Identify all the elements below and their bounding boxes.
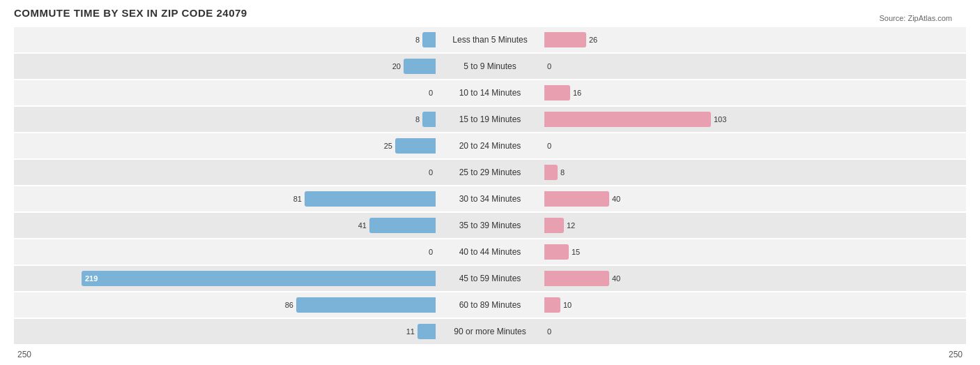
male-value: 20	[392, 62, 401, 70]
female-bar-wrap: 12	[544, 218, 966, 233]
chart-row: 815 to 19 Minutes103	[14, 107, 966, 132]
male-bar: 219	[82, 271, 436, 286]
row-label: 5 to 9 Minutes	[436, 61, 544, 71]
male-value-zero: 0	[429, 89, 433, 97]
male-bar-wrap: 8	[14, 112, 436, 127]
row-label: 25 to 29 Minutes	[436, 167, 544, 177]
male-bar-wrap: 20	[14, 59, 436, 74]
male-bar-wrap: 219	[14, 271, 436, 286]
male-bar	[422, 32, 436, 47]
male-bar	[296, 297, 436, 313]
chart-row: 8660 to 89 Minutes10	[14, 292, 966, 318]
female-bar	[544, 32, 586, 47]
male-value-zero: 0	[429, 168, 433, 177]
row-label: Less than 5 Minutes	[436, 35, 544, 45]
female-bar-wrap: 8	[544, 165, 966, 180]
male-bar	[395, 138, 436, 154]
male-value: 219	[85, 274, 98, 283]
female-value-zero: 0	[547, 327, 551, 336]
axis-row: 250 250	[14, 350, 966, 359]
male-value: 25	[384, 142, 392, 150]
female-bar	[544, 85, 570, 100]
row-label: 45 to 59 Minutes	[436, 274, 544, 283]
female-value: 40	[612, 195, 620, 203]
male-bar-wrap: 8	[14, 32, 436, 47]
female-value: 8	[560, 168, 565, 177]
chart-row: 040 to 44 Minutes15	[14, 239, 966, 265]
female-bar	[544, 271, 609, 286]
female-bar-wrap: 40	[544, 191, 966, 207]
axis-left: 250	[14, 350, 490, 359]
row-label: 20 to 24 Minutes	[436, 141, 544, 151]
chart-row: 21945 to 59 Minutes40	[14, 266, 966, 291]
chart-row: 1190 or more Minutes0	[14, 319, 966, 344]
female-value: 40	[612, 274, 620, 283]
female-value-zero: 0	[547, 142, 551, 150]
row-label: 30 to 34 Minutes	[436, 194, 544, 204]
male-bar-wrap: 0	[14, 168, 436, 177]
female-bar-wrap: 40	[544, 271, 966, 286]
row-label: 90 or more Minutes	[436, 327, 544, 336]
female-bar	[544, 165, 558, 180]
male-bar-wrap: 41	[14, 218, 436, 233]
female-bar-wrap: 0	[544, 142, 966, 150]
female-value: 26	[589, 36, 597, 44]
source-label: Source: ZipAtlas.com	[879, 14, 952, 22]
male-value: 8	[415, 36, 420, 44]
row-label: 40 to 44 Minutes	[436, 247, 544, 257]
male-bar-wrap: 86	[14, 297, 436, 313]
female-bar-wrap: 0	[544, 327, 966, 336]
row-label: 60 to 89 Minutes	[436, 300, 544, 310]
female-value: 16	[573, 89, 581, 97]
female-bar	[544, 112, 711, 127]
male-bar-wrap: 11	[14, 324, 436, 339]
female-value: 12	[567, 221, 575, 230]
chart-row: 010 to 14 Minutes16	[14, 80, 966, 105]
male-value-zero: 0	[429, 248, 433, 256]
male-bar-wrap: 0	[14, 248, 436, 256]
female-bar	[544, 218, 564, 233]
female-bar-wrap: 16	[544, 85, 966, 100]
male-bar-wrap: 25	[14, 138, 436, 154]
male-bar	[422, 112, 436, 127]
male-value: 86	[285, 301, 293, 309]
chart-row: 4135 to 39 Minutes12	[14, 213, 966, 238]
male-bar	[369, 218, 436, 233]
female-bar-wrap: 0	[544, 62, 966, 70]
male-value: 8	[415, 115, 420, 124]
male-bar	[418, 324, 436, 339]
chart-title: COMMUTE TIME BY SEX IN ZIP CODE 24079	[14, 7, 966, 19]
male-value: 11	[406, 327, 415, 336]
chart-row: 2520 to 24 Minutes0	[14, 133, 966, 158]
chart-row: 205 to 9 Minutes0	[14, 54, 966, 79]
row-label: 15 to 19 Minutes	[436, 114, 544, 124]
female-value: 10	[563, 301, 572, 309]
female-bar-wrap: 10	[544, 297, 966, 313]
chart-row: 8Less than 5 Minutes26	[14, 27, 966, 52]
axis-right: 250	[490, 350, 966, 359]
row-label: 10 to 14 Minutes	[436, 88, 544, 98]
female-bar-wrap: 26	[544, 32, 966, 47]
male-value: 81	[293, 195, 302, 203]
row-label: 35 to 39 Minutes	[436, 221, 544, 230]
male-bar-wrap: 0	[14, 89, 436, 97]
chart-container: 8Less than 5 Minutes26205 to 9 Minutes00…	[14, 27, 966, 344]
chart-row: 025 to 29 Minutes8	[14, 160, 966, 185]
female-bar-wrap: 103	[544, 112, 966, 127]
male-bar-wrap: 81	[14, 191, 436, 207]
female-value-zero: 0	[547, 62, 551, 70]
female-bar	[544, 191, 609, 207]
female-bar	[544, 297, 560, 313]
chart-row: 8130 to 34 Minutes40	[14, 186, 966, 211]
female-bar-wrap: 15	[544, 244, 966, 260]
male-bar	[305, 191, 436, 207]
female-bar	[544, 244, 569, 260]
female-value: 103	[714, 115, 726, 124]
female-value: 15	[572, 248, 580, 256]
male-value: 41	[358, 221, 367, 230]
male-bar	[404, 59, 436, 74]
